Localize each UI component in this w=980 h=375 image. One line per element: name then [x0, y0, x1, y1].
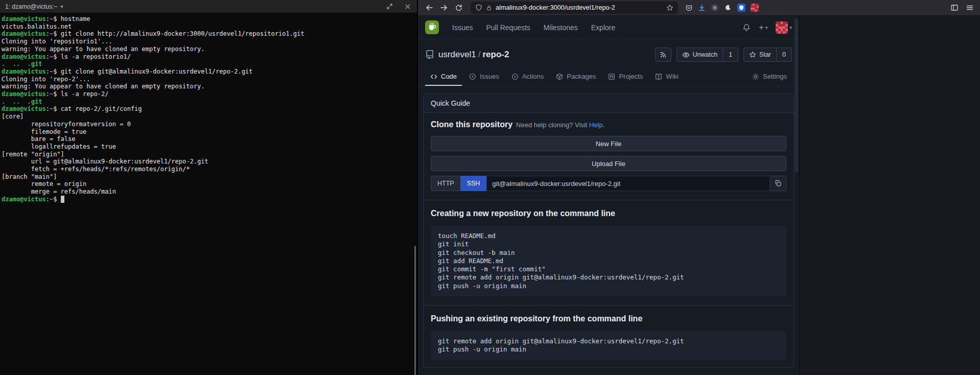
- gitea-navbar: Issues Pull Requests Milestones Explore …: [418, 16, 799, 39]
- gitea-page: Issues Pull Requests Milestones Explore …: [418, 16, 799, 375]
- page-scrollbar[interactable]: [795, 19, 798, 172]
- bookmark-star-icon[interactable]: [666, 4, 673, 11]
- url-text[interactable]: almalinux9-docker:3000/usrdevel1/repo-2: [496, 4, 663, 11]
- http-protocol-button[interactable]: HTTP: [431, 176, 460, 191]
- terminal-line: Cloning into 'repo-2'...: [2, 76, 417, 83]
- tab-actions[interactable]: Actions: [506, 68, 549, 86]
- terminal-line: . .. .git: [2, 98, 417, 106]
- ssh-protocol-button[interactable]: SSH: [460, 176, 487, 191]
- unwatch-button[interactable]: Unwatch: [676, 48, 724, 62]
- tab-issues-label: Issues: [480, 73, 499, 80]
- repo-tabs: Code Issues Actions Packages: [418, 66, 799, 86]
- terminal-line: [remote "origin"]: [2, 151, 417, 158]
- repo-icon: [425, 50, 434, 59]
- reload-button[interactable]: [452, 2, 465, 14]
- terminal-line: dzamo@victus:~$ hostname: [2, 15, 417, 23]
- watch-button-group: Unwatch 1: [676, 48, 739, 62]
- repo-owner-link[interactable]: usrdevel1: [438, 50, 476, 59]
- terminal-scrollbar[interactable]: [414, 246, 416, 375]
- clone-help-text: Need help cloning? Visit Help.: [516, 121, 604, 129]
- push-repo-heading: Pushing an existing repository from the …: [431, 314, 786, 323]
- navbar-right: + ▾ ▾: [742, 21, 792, 34]
- terminal-titlebar[interactable]: 1: dzamo@victus:~ ▾: [0, 0, 417, 13]
- terminal-line: dzamo@victus:~$ ls -a repo-2/: [2, 90, 417, 98]
- terminal-line: merge = refs/heads/main: [2, 188, 417, 196]
- repo-title: usrdevel1/repo-2: [438, 50, 509, 60]
- push-repo-commands[interactable]: git remote add origin git@almalinux9-doc…: [431, 331, 786, 360]
- close-icon[interactable]: [404, 3, 412, 11]
- clone-title-row: Clone this repository Need help cloning?…: [431, 120, 786, 129]
- quick-guide-box: Quick Guide Clone this repository Need h…: [423, 93, 794, 368]
- extension-1-icon[interactable]: [711, 4, 719, 12]
- terminal-screen[interactable]: dzamo@victus:~$ hostnamevictus.balaitus.…: [0, 13, 417, 375]
- nav-item-pull-requests[interactable]: Pull Requests: [486, 24, 530, 32]
- tab-projects[interactable]: Projects: [603, 68, 648, 86]
- notifications-bell-icon[interactable]: [742, 24, 751, 32]
- terminal-line: fetch = +refs/heads/*:refs/remotes/origi…: [2, 166, 417, 173]
- nav-item-explore[interactable]: Explore: [591, 24, 615, 32]
- terminal-title-text: 1: dzamo@victus:~: [5, 3, 58, 10]
- tab-settings-label: Settings: [763, 73, 787, 80]
- nav-item-milestones[interactable]: Milestones: [544, 24, 578, 32]
- address-bar[interactable]: almalinux9-docker:3000/usrdevel1/repo-2: [471, 2, 678, 14]
- extension-2-icon[interactable]: [724, 4, 732, 12]
- star-count[interactable]: 0: [777, 48, 792, 62]
- terminal-line: dzamo@victus:~$ git clone git@almalinux9…: [2, 68, 417, 76]
- new-file-button[interactable]: New File: [431, 136, 786, 151]
- terminal-window-controls: [385, 3, 412, 11]
- create-repo-commands[interactable]: touch README.md git init git checkout -b…: [431, 226, 786, 296]
- unwatch-label: Unwatch: [693, 51, 718, 58]
- chevron-down-icon: ▾: [789, 25, 792, 30]
- chevron-down-icon: ▾: [765, 25, 768, 30]
- tab-actions-label: Actions: [522, 73, 544, 80]
- tab-code[interactable]: Code: [425, 68, 462, 86]
- help-link[interactable]: Help: [589, 121, 603, 129]
- chevron-down-icon[interactable]: ▾: [61, 4, 63, 9]
- back-button[interactable]: [422, 2, 436, 14]
- terminal-line: dzamo@victus:~$ cat repo-2/.git/config: [2, 105, 417, 113]
- tab-packages[interactable]: Packages: [551, 68, 601, 86]
- tab-issues[interactable]: Issues: [464, 68, 504, 86]
- terminal-line: logallrefupdates = true: [2, 143, 417, 151]
- terminal-line: dzamo@victus:~$: [2, 196, 417, 203]
- terminal-line: [core]: [2, 113, 417, 121]
- copy-url-button[interactable]: [770, 176, 786, 191]
- terminal-line: victus.balaitus.net: [2, 23, 417, 31]
- terminal-line: url = git@almalinux9-docker:usrdevel1/re…: [2, 158, 417, 166]
- toolbar-extensions: [685, 4, 759, 12]
- upload-file-button[interactable]: Upload File: [431, 156, 786, 171]
- tab-projects-label: Projects: [619, 73, 643, 80]
- maximize-icon[interactable]: [385, 3, 393, 11]
- create-new-menu[interactable]: + ▾: [759, 23, 767, 32]
- pocket-icon[interactable]: [685, 4, 693, 12]
- browser-side-panel: [799, 16, 980, 375]
- star-button-group: Star 0: [743, 48, 792, 62]
- quick-guide-header: Quick Guide: [424, 94, 794, 113]
- repo-header: usrdevel1/repo-2 Unwatch 1: [418, 39, 799, 66]
- repo-main-content: Quick Guide Clone this repository Need h…: [418, 86, 799, 375]
- user-menu[interactable]: ▾: [776, 21, 792, 34]
- clone-url-input[interactable]: [486, 176, 770, 191]
- rss-feed-button[interactable]: [655, 48, 671, 62]
- create-repo-heading: Creating a new repository on the command…: [431, 209, 786, 218]
- terminal-title: 1: dzamo@victus:~ ▾: [5, 3, 63, 10]
- terminal-line: warning: You appear to have cloned an em…: [2, 83, 417, 90]
- tab-settings[interactable]: Settings: [747, 68, 792, 86]
- star-button[interactable]: Star: [743, 48, 777, 62]
- hamburger-menu-icon[interactable]: [966, 4, 974, 12]
- star-label: Star: [759, 51, 771, 58]
- repo-name-link[interactable]: repo-2: [482, 50, 509, 59]
- extension-4-icon[interactable]: [751, 4, 759, 12]
- watch-count[interactable]: 1: [723, 48, 738, 62]
- extension-3-icon[interactable]: [737, 4, 745, 12]
- sidebar-icon[interactable]: [950, 4, 959, 12]
- nav-item-issues[interactable]: Issues: [452, 24, 473, 32]
- lock-icon[interactable]: [486, 5, 492, 11]
- forward-button[interactable]: [437, 2, 451, 14]
- section-divider: [424, 305, 794, 306]
- tab-wiki[interactable]: Wiki: [650, 68, 684, 86]
- gitea-logo[interactable]: [425, 20, 439, 34]
- download-icon[interactable]: [698, 4, 706, 12]
- browser-content: Issues Pull Requests Milestones Explore …: [418, 16, 980, 375]
- tracking-shield-icon[interactable]: [475, 4, 482, 11]
